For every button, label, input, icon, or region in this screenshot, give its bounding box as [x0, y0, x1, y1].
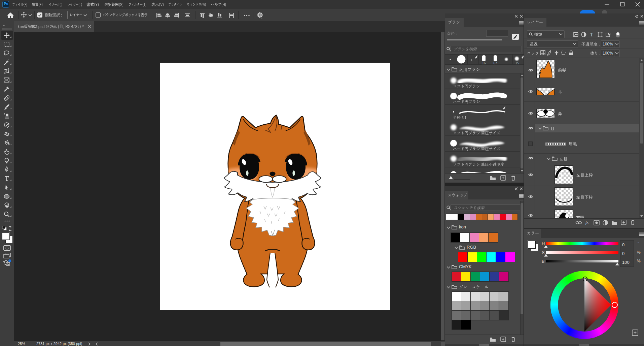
svg-text:T: T	[590, 32, 593, 37]
svg-text:15: 15	[515, 61, 519, 65]
svg-text:16: 16	[482, 61, 486, 65]
svg-text:67: 67	[493, 61, 497, 65]
